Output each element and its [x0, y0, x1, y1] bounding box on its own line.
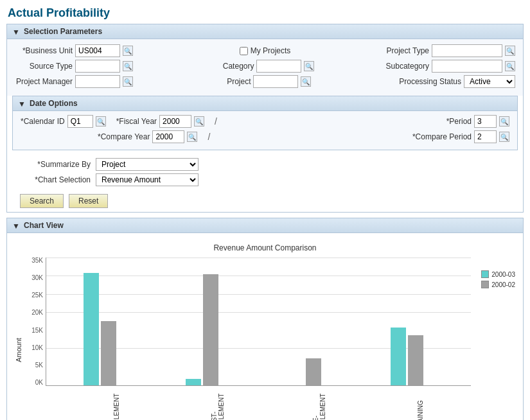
- compare-period-item: *Compare Period 🔍: [412, 130, 509, 143]
- chart-collapse-icon[interactable]: ▼: [12, 222, 20, 229]
- category-label: Category: [215, 62, 254, 71]
- y-tick-labels: 0K 5K 10K 15K 20K 25K 30K 35K: [28, 258, 46, 386]
- project-manager-input[interactable]: [75, 75, 120, 88]
- category-input[interactable]: [256, 60, 301, 73]
- compare-period-label: *Compare Period: [412, 132, 472, 141]
- y-tick-15k: 15K: [28, 328, 43, 334]
- separator-2: /: [208, 132, 210, 142]
- collapse-icon[interactable]: ▼: [12, 28, 20, 35]
- period-item: *Period 🔍: [446, 115, 509, 128]
- fiscal-year-input[interactable]: [159, 115, 191, 128]
- source-type-row: Source Type 🔍: [15, 60, 178, 73]
- calendar-id-input[interactable]: [67, 115, 93, 128]
- chart-bars-area: [46, 258, 471, 386]
- selection-parameters-body: *Business Unit 🔍 My Projects Project Typ…: [7, 39, 523, 96]
- fiscal-year-label: *Fiscal Year: [116, 117, 157, 126]
- x-label-implement-text: IMPLEMENT: [113, 386, 120, 420]
- project-manager-label: Project Manager: [15, 77, 73, 86]
- fiscal-year-item: *Fiscal Year 🔍: [116, 115, 204, 128]
- processing-status-label: Processing Status: [394, 77, 461, 86]
- summarize-by-row: *Summarize By Project Category Business …: [20, 158, 510, 171]
- business-unit-input[interactable]: [75, 44, 120, 57]
- project-manager-row: Project Manager 🔍: [15, 75, 178, 88]
- chart-view-label: Chart View: [24, 221, 64, 230]
- subcategory-row: Subcategory 🔍: [352, 60, 515, 73]
- gridline-25k: [46, 276, 471, 276]
- chart-legend: 2000-03 2000-02: [481, 270, 515, 288]
- x-label-implement: IMPLEMENT: [66, 386, 168, 420]
- my-projects-checkbox[interactable]: [240, 47, 248, 55]
- bar-group-training: [356, 328, 458, 385]
- bar-training-gray: [408, 335, 423, 385]
- date-row-1: *Calendar ID 🔍 *Fiscal Year 🔍 / *Period …: [21, 115, 509, 128]
- form-row-1: *Business Unit 🔍 My Projects Project Typ…: [15, 44, 515, 57]
- project-type-lookup-icon[interactable]: 🔍: [505, 46, 515, 56]
- x-label-pre-implement-text: PRE-IMPLEMENT: [312, 386, 326, 420]
- bar-implement-teal: [84, 273, 99, 385]
- page-title: Actual Profitability: [0, 0, 530, 24]
- fiscal-year-lookup-icon[interactable]: 🔍: [194, 116, 204, 127]
- category-lookup-icon[interactable]: 🔍: [304, 61, 314, 71]
- source-type-label: Source Type: [15, 62, 73, 71]
- date-row-2: *Compare Year 🔍 / *Compare Period 🔍: [21, 130, 509, 143]
- bar-group-post-implement: [151, 274, 253, 385]
- source-type-input[interactable]: [75, 60, 120, 73]
- reset-button[interactable]: Reset: [69, 194, 108, 208]
- form-row-2: Source Type 🔍 Category 🔍 Subcategory 🔍: [15, 60, 515, 73]
- source-type-lookup-icon[interactable]: 🔍: [123, 61, 133, 71]
- chart-area: IMPLEMENT POST-IMPLEMENT PRE-IMPLEMENT T…: [46, 258, 471, 420]
- gridline-15k: [46, 294, 471, 295]
- y-tick-5k: 5K: [28, 362, 43, 369]
- summarize-by-label: *Summarize By: [20, 160, 91, 169]
- period-lookup-icon[interactable]: 🔍: [499, 116, 509, 127]
- form-row-3: Project Manager 🔍 Project 🔍 Processing S…: [15, 75, 515, 88]
- subcategory-label: Subcategory: [378, 62, 429, 71]
- processing-status-row: Processing Status Active Inactive All: [352, 75, 515, 88]
- selection-parameters-panel: ▼ Selection Parameters *Business Unit 🔍 …: [6, 24, 524, 213]
- subcategory-lookup-icon[interactable]: 🔍: [505, 61, 515, 71]
- x-label-post-implement: POST-IMPLEMENT: [168, 386, 269, 420]
- compare-year-input[interactable]: [152, 130, 184, 143]
- bar-training-teal: [391, 328, 406, 385]
- date-options-header: ▼ Date Options: [13, 96, 517, 111]
- chart-view-panel: ▼ Chart View Revenue Amount Comparison A…: [6, 218, 524, 420]
- gridline-30k: [46, 258, 471, 258]
- legend-box-2000-02: [481, 281, 489, 288]
- project-type-input[interactable]: [432, 44, 502, 57]
- date-collapse-icon[interactable]: ▼: [18, 100, 26, 107]
- calendar-id-lookup-icon[interactable]: 🔍: [96, 116, 106, 127]
- summarize-by-select[interactable]: Project Category Business Unit: [96, 158, 199, 171]
- project-input[interactable]: [253, 75, 298, 88]
- processing-status-select[interactable]: Active Inactive All: [464, 75, 515, 88]
- x-label-training-text: TRAINING: [417, 386, 424, 420]
- compare-year-label: *Compare Year: [98, 132, 150, 141]
- legend-item-2000-03: 2000-03: [481, 270, 515, 278]
- subcategory-input[interactable]: [432, 60, 502, 73]
- chart-selection-label: *Chart Selection: [20, 175, 91, 184]
- project-row: Project 🔍: [183, 75, 346, 88]
- compare-year-lookup-icon[interactable]: 🔍: [187, 132, 197, 142]
- chart-title: Revenue Amount Comparison: [15, 243, 515, 252]
- business-unit-label: *Business Unit: [15, 46, 73, 55]
- y-axis-label: Amount: [15, 258, 25, 420]
- separator-1: /: [215, 116, 217, 127]
- button-row: Search Reset: [7, 190, 523, 212]
- x-label-post-implement-text: POST-IMPLEMENT: [211, 386, 225, 420]
- project-manager-lookup-icon[interactable]: 🔍: [123, 76, 133, 87]
- my-projects-label: My Projects: [251, 46, 291, 55]
- x-label-training: TRAINING: [370, 386, 472, 420]
- calendar-id-label: *Calendar ID: [21, 117, 65, 126]
- chart-selection-select[interactable]: Revenue Amount Cost Amount Margin Amount: [96, 173, 199, 186]
- project-type-row: Project Type 🔍: [352, 44, 515, 57]
- period-input[interactable]: [474, 115, 497, 128]
- category-row: Category 🔍: [183, 60, 346, 73]
- compare-period-input[interactable]: [474, 130, 497, 143]
- compare-period-lookup-icon[interactable]: 🔍: [499, 132, 509, 142]
- y-tick-0k: 0K: [28, 380, 43, 386]
- project-lookup-icon[interactable]: 🔍: [301, 76, 311, 87]
- y-tick-10k: 10K: [28, 345, 43, 351]
- selection-parameters-label: Selection Parameters: [24, 27, 102, 36]
- my-projects-row: My Projects: [183, 44, 346, 57]
- business-unit-lookup-icon[interactable]: 🔍: [123, 46, 133, 56]
- search-button[interactable]: Search: [20, 194, 64, 208]
